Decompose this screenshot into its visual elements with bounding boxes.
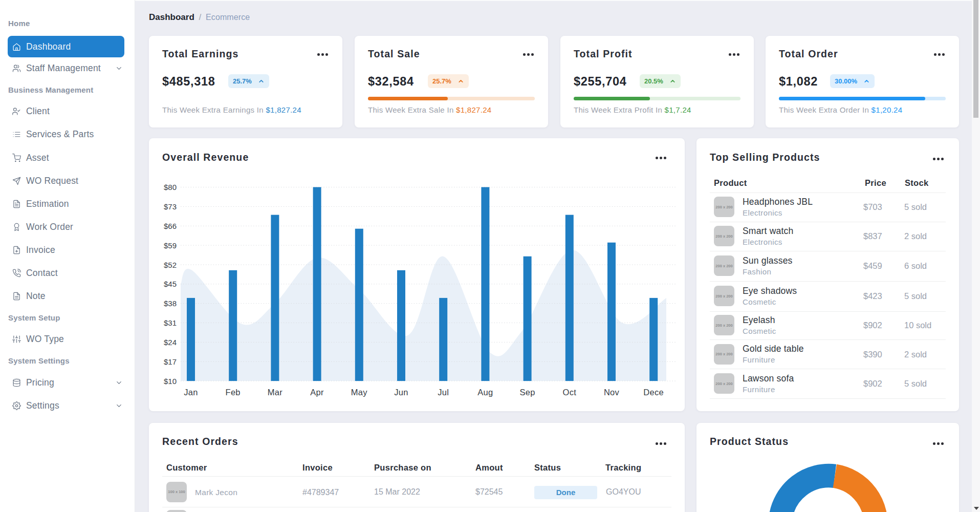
svg-text:$80: $80 xyxy=(164,183,177,191)
svg-text:$10: $10 xyxy=(164,377,177,386)
svg-text:$73: $73 xyxy=(164,202,177,211)
svg-text:$59: $59 xyxy=(164,241,177,250)
svg-text:Jun: Jun xyxy=(394,388,408,397)
svg-text:Jul: Jul xyxy=(438,388,449,397)
svg-text:$52: $52 xyxy=(164,261,177,269)
svg-text:$17: $17 xyxy=(164,357,177,366)
svg-text:Mar: Mar xyxy=(268,388,283,397)
svg-text:$66: $66 xyxy=(164,222,177,230)
svg-text:Nov: Nov xyxy=(604,388,620,397)
svg-text:May: May xyxy=(351,388,368,397)
svg-text:Apr: Apr xyxy=(310,388,324,397)
svg-text:$24: $24 xyxy=(164,338,177,347)
svg-text:$38: $38 xyxy=(164,299,177,308)
svg-text:Feb: Feb xyxy=(226,388,241,397)
svg-text:Aug: Aug xyxy=(477,388,493,397)
svg-text:$31: $31 xyxy=(164,318,177,327)
svg-text:$45: $45 xyxy=(164,280,177,288)
svg-text:Oct: Oct xyxy=(563,388,577,397)
svg-text:Jan: Jan xyxy=(184,388,198,397)
svg-text:Dece: Dece xyxy=(643,388,664,397)
svg-text:Sep: Sep xyxy=(519,388,535,397)
